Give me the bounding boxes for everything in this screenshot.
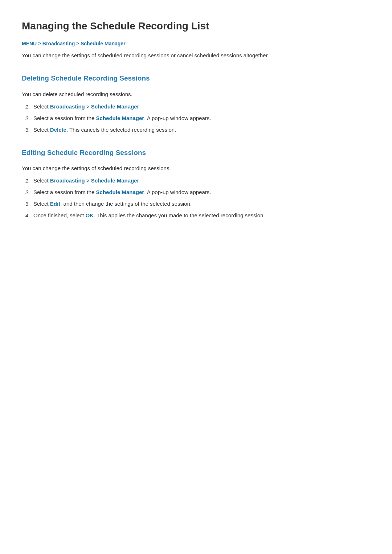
edit-step-3: 3. Select Edit, and then change the sett… (22, 200, 370, 208)
delete-step2-schedule-manager-link[interactable]: Schedule Manager (96, 115, 144, 121)
edit-step-4-text: Once finished, select OK. This applies t… (33, 211, 370, 220)
edit-step-2-text: Select a session from the Schedule Manag… (33, 188, 370, 197)
section-edit-intro: You can change the settings of scheduled… (22, 164, 370, 173)
edit-step-1: 1. Select Broadcasting > Schedule Manage… (22, 176, 370, 185)
section-edit-title: Editing Schedule Recording Sessions (22, 147, 370, 160)
section-delete-title: Deleting Schedule Recording Sessions (22, 73, 370, 85)
delete-steps-list: 1. Select Broadcasting > Schedule Manage… (22, 102, 370, 134)
edit-step-number-4: 4. (22, 211, 33, 220)
breadcrumb: MENU > Broadcasting > Schedule Manager (22, 40, 370, 48)
breadcrumb-broadcasting[interactable]: Broadcasting (42, 40, 75, 48)
delete-step-3-text: Select Delete. This cancels the selected… (33, 126, 370, 134)
delete-step-3: 3. Select Delete. This cancels the selec… (22, 126, 370, 134)
edit-step-4: 4. Once finished, select OK. This applie… (22, 211, 370, 220)
edit-step1-schedule-manager-link[interactable]: Schedule Manager (91, 177, 139, 184)
edit-step2-schedule-manager-link[interactable]: Schedule Manager (96, 189, 144, 195)
step-number-3: 3. (22, 126, 33, 134)
edit-step-number-1: 1. (22, 176, 33, 185)
page-title: Managing the Schedule Recording List (22, 18, 370, 34)
delete-step-1: 1. Select Broadcasting > Schedule Manage… (22, 102, 370, 111)
delete-step-2: 2. Select a session from the Schedule Ma… (22, 114, 370, 123)
section-editing: Editing Schedule Recording Sessions You … (22, 147, 370, 220)
edit-steps-list: 1. Select Broadcasting > Schedule Manage… (22, 176, 370, 220)
section-delete-intro: You can delete scheduled recording sessi… (22, 90, 370, 99)
delete-step1-schedule-manager-link[interactable]: Schedule Manager (91, 103, 139, 110)
edit-step4-ok-link[interactable]: OK (85, 212, 94, 218)
delete-step-2-text: Select a session from the Schedule Manag… (33, 114, 370, 123)
breadcrumb-schedule-manager[interactable]: Schedule Manager (81, 40, 126, 48)
edit-step-number-2: 2. (22, 188, 33, 197)
delete-step-1-text: Select Broadcasting > Schedule Manager. (33, 102, 370, 111)
edit-step3-edit-link[interactable]: Edit (50, 201, 60, 207)
breadcrumb-separator-1: > (38, 40, 41, 48)
edit-step-1-text: Select Broadcasting > Schedule Manager. (33, 176, 370, 185)
edit-step-number-3: 3. (22, 200, 33, 208)
edit-step-3-text: Select Edit, and then change the setting… (33, 200, 370, 208)
page-intro: You can change the settings of scheduled… (22, 51, 370, 60)
edit-step-2: 2. Select a session from the Schedule Ma… (22, 188, 370, 197)
section-deleting: Deleting Schedule Recording Sessions You… (22, 73, 370, 134)
delete-step3-delete-link[interactable]: Delete (50, 127, 66, 133)
breadcrumb-menu[interactable]: MENU (22, 40, 37, 48)
step-number-1: 1. (22, 102, 33, 111)
delete-step1-broadcasting-link[interactable]: Broadcasting (50, 103, 85, 110)
step-number-2: 2. (22, 114, 33, 123)
breadcrumb-separator-2: > (76, 40, 79, 48)
edit-step1-broadcasting-link[interactable]: Broadcasting (50, 177, 85, 184)
